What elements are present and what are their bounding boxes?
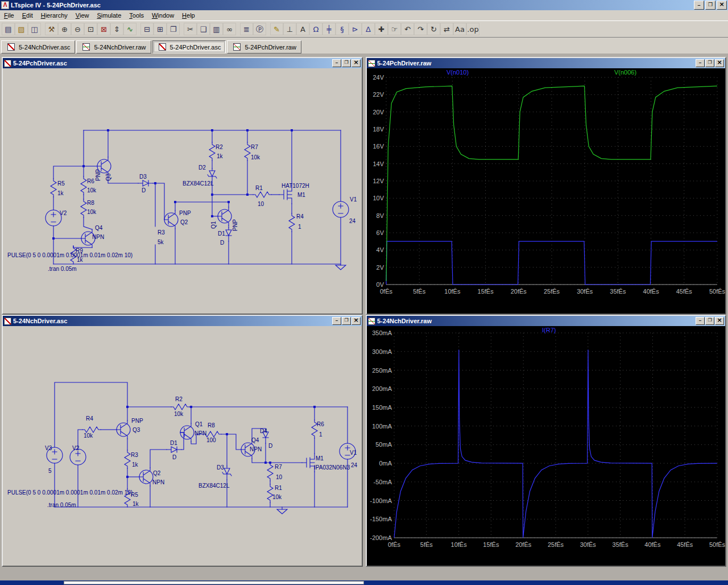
place-component-button[interactable]: Δ [362,23,375,35]
toolbar-icon: ✂ [187,26,193,33]
new-schematic-button[interactable]: ▤ [2,23,15,35]
child-window-nch-waveform[interactable]: 5-24NchDriver.raw -200mA-150mA-100mA-50m… [366,315,726,567]
waveform-plot[interactable]: -200mA-150mA-100mA-50mA0mA50mA100mA150mA… [367,326,725,566]
find-button[interactable]: ∞ [223,23,236,35]
menu-item[interactable]: File [0,11,18,20]
svg-text:150mA: 150mA [372,404,392,411]
copy-button[interactable]: ❑ [197,23,210,35]
tile-vertical-button[interactable]: ⊞ [154,23,167,35]
svg-text:45fÊs: 45fÊs [677,541,693,548]
waveform-plot[interactable]: 0V2V4V6V8V10V12V14V16V18V20V22V24V0fÊs5f… [367,68,725,314]
menubar: FileEditHierarchyViewSimulateToolsWindow… [0,10,728,21]
place-ground-button[interactable]: ⊥ [283,23,296,35]
zoom-area-button[interactable]: ⊡ [84,23,97,35]
draw-wire-button[interactable]: ✎ [270,23,283,35]
redo-button[interactable]: ↷ [414,23,427,35]
child-titlebar[interactable]: 5-24PchDriver.raw [367,58,725,68]
svg-text:20fÊs: 20fÊs [511,288,527,295]
toolbar-icon: ↷ [417,26,424,33]
undo-button[interactable]: ↶ [401,23,414,35]
label-net-button[interactable]: A [296,23,309,35]
cascade-windows-button[interactable]: ❐ [167,23,180,35]
minimize-button[interactable] [332,317,341,325]
child-window-title: 5-24PchDriver.asc [13,60,67,67]
close-button[interactable] [715,59,724,67]
tab-5-24pchdriver-raw[interactable]: 5-24PchDriver.raw [227,40,301,53]
toolbar-icon: ╪ [327,26,332,33]
place-text-button[interactable]: Aa [453,23,466,35]
mdi-area: 5-24PchDriver.asc [0,53,728,580]
print-button[interactable]: Ⓟ [253,23,266,35]
close-button[interactable] [715,317,724,325]
cut-button[interactable]: ✂ [184,23,197,35]
plot-settings-button[interactable]: ∿ [123,23,136,35]
tab-5-24nchdriver-raw[interactable]: 5-24NchDriver.raw [76,40,151,53]
control-panel-button[interactable]: ⚒ [45,23,58,35]
minimize-button[interactable] [696,317,705,325]
place-resistor-button[interactable]: Ω [309,23,322,35]
close-button[interactable] [351,317,361,325]
move-button[interactable]: ✚ [375,23,388,35]
paste-button[interactable]: ▥ [210,23,223,35]
menu-item[interactable]: Simulate [93,11,125,20]
menu-item[interactable]: Tools [125,11,148,20]
tile-horizontal-button[interactable]: ⊟ [140,23,154,35]
child-window-nch-schematic[interactable]: 5-24NchDriver.asc [2,315,363,567]
autorange-y-button[interactable]: ⇕ [110,23,123,35]
maximize-button[interactable] [342,59,351,67]
toolbar-icon: ✚ [378,26,384,33]
schematic-icon [7,43,15,51]
minimize-button[interactable] [696,59,705,67]
trace-label[interactable]: V(n006) [614,69,636,76]
trace-label[interactable]: I(R7) [542,327,556,333]
zoom-in-button[interactable]: ⊕ [58,23,71,35]
child-titlebar[interactable]: 5-24PchDriver.asc [3,58,362,68]
toolbar-icon: ⊳ [352,26,358,33]
minimize-button[interactable] [332,59,341,67]
save-button[interactable]: ◫ [28,23,41,35]
menu-item[interactable]: Window [148,11,178,20]
toolbar-separator [180,23,184,35]
taskbar[interactable] [0,580,728,585]
toolbar-icon: Ω [313,26,319,33]
maximize-button[interactable] [342,317,351,325]
tab-5-24nchdriver-asc[interactable]: 5-24NchDriver.asc [1,40,75,53]
close-button[interactable] [717,1,727,10]
menu-item[interactable]: Hierarchy [37,11,72,20]
rotate-button[interactable]: ↻ [427,23,440,35]
schematic-canvas[interactable] [3,68,362,314]
svg-text:8V: 8V [377,212,384,219]
toolbar-icon: .op [467,26,478,33]
print-setup-button[interactable]: ≣ [240,23,253,35]
svg-text:5fÊs: 5fÊs [413,288,426,295]
child-titlebar[interactable]: 5-24NchDriver.raw [367,316,725,326]
open-button[interactable]: ▧ [15,23,28,35]
tab-5-24pchdriver-asc[interactable]: 5-24PchDriver.asc [152,40,226,53]
child-window-pch-schematic[interactable]: 5-24PchDriver.asc [2,57,363,315]
schematic-icon [159,43,166,51]
mirror-button[interactable]: ⇄ [440,23,453,35]
schematic-canvas[interactable] [3,326,362,566]
drag-button[interactable]: ☞ [388,23,401,35]
child-window-pch-waveform[interactable]: 5-24PchDriver.raw 0V2V4V6V8V10V12V14V16V… [366,57,726,315]
spice-directive-button[interactable]: .op [466,23,479,35]
close-button[interactable] [351,59,361,67]
maximize-button[interactable] [705,59,714,67]
taskbar-button[interactable] [64,581,364,584]
menu-item[interactable]: Edit [18,11,37,20]
trace-label[interactable]: V(n010) [446,69,469,76]
toolbar-icon: Aa [455,26,465,33]
svg-text:50fÊs: 50fÊs [709,541,725,548]
minimize-button[interactable] [694,1,704,10]
child-titlebar[interactable]: 5-24NchDriver.asc [3,316,362,326]
place-diode-button[interactable]: ⊳ [349,23,362,35]
place-inductor-button[interactable]: § [336,23,349,35]
zoom-full-extents-button[interactable]: ⊠ [97,23,110,35]
zoom-out-button[interactable]: ⊖ [71,23,84,35]
menu-item[interactable]: Help [178,11,199,20]
place-capacitor-button[interactable]: ╪ [322,23,336,35]
maximize-button[interactable] [705,317,714,325]
child-window-title: 5-24NchDriver.asc [13,318,67,324]
restore-button[interactable] [705,1,715,10]
menu-item[interactable]: View [72,11,93,20]
